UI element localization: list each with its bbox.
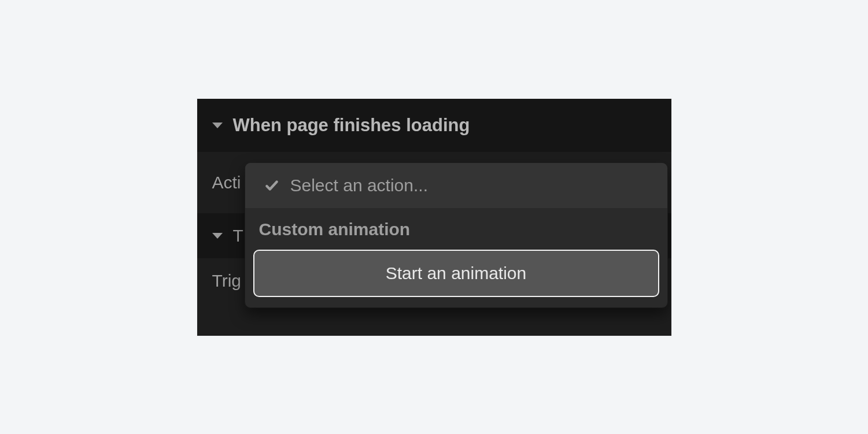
dropdown-placeholder-label: Select an action... bbox=[290, 176, 428, 195]
caret-down-icon bbox=[212, 233, 223, 239]
trigger-label-partial: Trig bbox=[212, 271, 242, 291]
trigger-section-initial: T bbox=[233, 226, 243, 246]
dropdown-placeholder-item[interactable]: Select an action... bbox=[245, 163, 667, 208]
interactions-panel: When page finishes loading Acti T Trig S… bbox=[197, 99, 671, 336]
section-title: When page finishes loading bbox=[233, 115, 470, 136]
dropdown-group-label: Custom animation bbox=[245, 208, 667, 250]
caret-down-icon bbox=[212, 123, 223, 128]
dropdown-option-label: Start an animation bbox=[386, 264, 526, 283]
action-label-partial: Acti bbox=[212, 173, 241, 192]
check-icon bbox=[264, 177, 280, 194]
section-header-page-load[interactable]: When page finishes loading bbox=[197, 99, 671, 152]
interactions-panel-crop: When page finishes loading Acti T Trig S… bbox=[197, 99, 671, 336]
action-dropdown: Select an action... Custom animation Sta… bbox=[245, 162, 668, 308]
dropdown-option-start-animation[interactable]: Start an animation bbox=[253, 250, 659, 297]
